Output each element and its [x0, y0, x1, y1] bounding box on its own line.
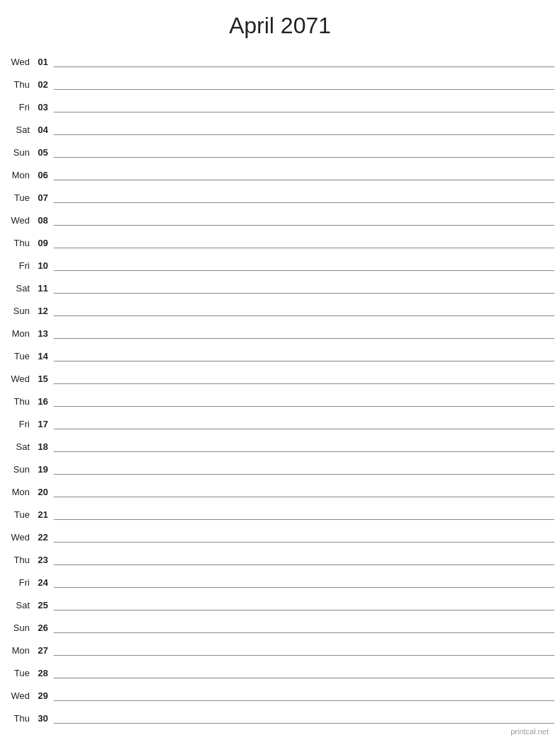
day-name: Wed: [6, 57, 33, 70]
day-row: Sat04: [6, 115, 554, 138]
day-number: 17: [33, 419, 54, 432]
day-row: Sat11: [6, 274, 554, 296]
day-line: [54, 587, 554, 588]
day-row: Mon13: [6, 319, 554, 342]
day-name: Sat: [6, 283, 33, 296]
day-line: [54, 519, 554, 520]
calendar-container: Wed01Thu02Fri03Sat04Sun05Mon06Tue07Wed08…: [0, 47, 560, 726]
day-name: Wed: [6, 215, 33, 228]
day-name: Mon: [6, 170, 33, 183]
day-number: 14: [33, 351, 54, 364]
day-row: Wed01: [6, 47, 554, 70]
day-number: 10: [33, 260, 54, 274]
day-line: [54, 89, 554, 90]
day-number: 29: [33, 690, 54, 704]
day-name: Thu: [6, 238, 33, 251]
day-name: Fri: [6, 419, 33, 432]
day-row: Thu16: [6, 387, 554, 410]
day-number: 21: [33, 509, 54, 523]
day-line: [54, 361, 554, 361]
day-row: Mon27: [6, 636, 554, 659]
day-number: 25: [33, 600, 54, 613]
day-line: [54, 157, 554, 158]
day-line: [54, 202, 554, 203]
day-name: Fri: [6, 577, 33, 591]
day-name: Thu: [6, 396, 33, 410]
day-line: [54, 497, 554, 497]
day-row: Tue28: [6, 659, 554, 681]
day-name: Mon: [6, 328, 33, 342]
day-number: 08: [33, 215, 54, 228]
day-line: [54, 678, 554, 678]
day-number: 03: [33, 102, 54, 115]
day-number: 28: [33, 668, 54, 681]
day-name: Tue: [6, 351, 33, 364]
day-number: 11: [33, 283, 54, 296]
day-name: Tue: [6, 192, 33, 206]
day-number: 26: [33, 622, 54, 636]
day-number: 18: [33, 441, 54, 455]
day-name: Wed: [6, 532, 33, 545]
day-number: 30: [33, 713, 54, 726]
day-row: Tue21: [6, 500, 554, 523]
day-name: Fri: [6, 102, 33, 115]
day-row: Sat18: [6, 432, 554, 455]
day-name: Wed: [6, 690, 33, 704]
day-name: Mon: [6, 487, 33, 500]
day-line: [54, 655, 554, 656]
day-row: Thu23: [6, 545, 554, 568]
day-line: [54, 112, 554, 112]
day-row: Tue14: [6, 342, 554, 364]
day-number: 27: [33, 645, 54, 659]
day-number: 06: [33, 170, 54, 183]
day-line: [54, 451, 554, 452]
day-row: Thu30: [6, 704, 554, 726]
day-row: Fri24: [6, 568, 554, 591]
day-line: [54, 723, 554, 724]
day-line: [54, 248, 554, 248]
day-row: Mon20: [6, 477, 554, 500]
day-row: Thu02: [6, 70, 554, 93]
day-row: Sun26: [6, 613, 554, 636]
day-name: Sat: [6, 124, 33, 138]
day-name: Mon: [6, 645, 33, 659]
day-number: 19: [33, 464, 54, 477]
day-line-area: [54, 723, 554, 726]
day-row: Sun19: [6, 455, 554, 477]
day-number: 12: [33, 306, 54, 319]
day-name: Thu: [6, 713, 33, 726]
day-line: [54, 270, 554, 271]
day-row: Tue07: [6, 183, 554, 206]
day-row: Sat25: [6, 591, 554, 613]
footer-text: printcal.net: [511, 727, 549, 736]
day-row: Sun12: [6, 296, 554, 319]
day-name: Tue: [6, 509, 33, 523]
day-line: [54, 66, 554, 67]
day-name: Sat: [6, 441, 33, 455]
day-line: [54, 315, 554, 316]
day-name: Sun: [6, 306, 33, 319]
day-number: 02: [33, 79, 54, 93]
day-row: Wed22: [6, 523, 554, 545]
day-number: 09: [33, 238, 54, 251]
day-line: [54, 610, 554, 610]
day-name: Thu: [6, 79, 33, 93]
day-line: [54, 180, 554, 180]
day-name: Thu: [6, 555, 33, 568]
day-row: Mon06: [6, 161, 554, 183]
day-number: 13: [33, 328, 54, 342]
day-line: [54, 225, 554, 226]
day-row: Wed08: [6, 206, 554, 228]
day-number: 04: [33, 124, 54, 138]
day-name: Sun: [6, 622, 33, 636]
day-line: [54, 134, 554, 135]
day-line: [54, 564, 554, 565]
day-row: Thu09: [6, 228, 554, 251]
day-number: 01: [33, 57, 54, 70]
day-line: [54, 406, 554, 407]
day-name: Tue: [6, 668, 33, 681]
day-line: [54, 542, 554, 543]
day-row: Fri10: [6, 251, 554, 274]
day-number: 23: [33, 555, 54, 568]
day-number: 07: [33, 192, 54, 206]
